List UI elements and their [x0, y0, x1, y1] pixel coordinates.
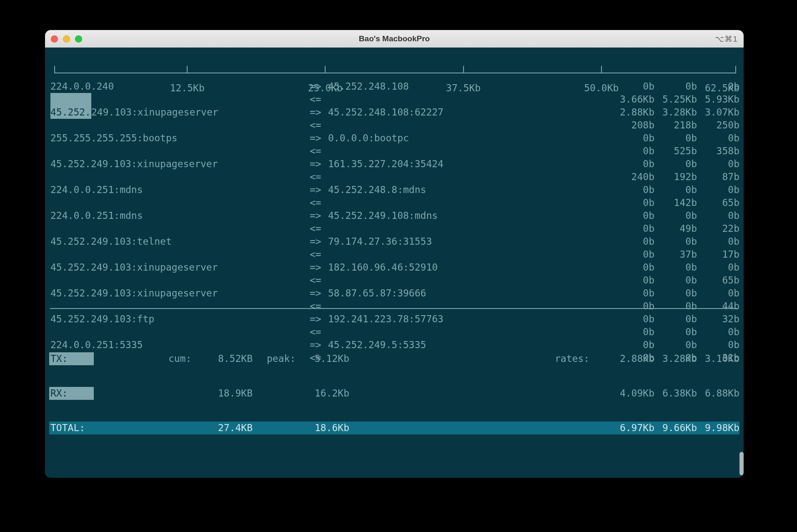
rate-cells: 3.66Kb5.25Kb5.93Kb: [549, 93, 739, 106]
rate-2: 0b: [654, 235, 697, 248]
zoom-icon[interactable]: [75, 35, 82, 43]
local-host: [49, 274, 310, 287]
rate-1: 0b: [612, 261, 654, 274]
local-host: 224.0.0.251:mdns: [49, 183, 310, 196]
rx-rate-3: 6.88Kb: [697, 387, 739, 400]
footer: TX: cum: 8.52KB peak: 5.12Kb rates: 2.88…: [49, 286, 739, 478]
connection-row: <=0b49b22b: [49, 222, 739, 235]
rate-2: 0b: [654, 158, 697, 171]
rate-3: 65b: [697, 196, 739, 209]
arrow-in-icon: <=: [310, 222, 328, 235]
scrollbar-thumb[interactable]: [739, 452, 744, 475]
local-host: [49, 93, 310, 106]
arrow-out-icon: =>: [310, 106, 328, 119]
scrollbar[interactable]: [739, 65, 744, 478]
window-title: Bao's MacbookPro: [45, 34, 744, 43]
rate-1: 0b: [612, 132, 654, 145]
iftop-output: 12.5Kb25.0Kb37.5Kb50.0Kb62.5Kb 224.0.0.2…: [49, 48, 739, 478]
rate-1: 0b: [612, 145, 654, 158]
tx-peak: 5.12Kb: [299, 352, 349, 365]
rate-1: 0b: [612, 158, 654, 171]
footer-row-tx: TX: cum: 8.52KB peak: 5.12Kb rates: 2.88…: [49, 352, 739, 365]
footer-row-rx: RX: 18.9KB 16.2Kb 4.09Kb 6.38Kb 6.88Kb: [49, 387, 739, 400]
rate-1: 208b: [612, 119, 654, 132]
rate-2: 142b: [654, 196, 697, 209]
local-host: 224.0.0.251:mdns: [49, 209, 310, 222]
arrow-in-icon: <=: [310, 248, 328, 261]
rate-cells: 0b0b0b: [549, 235, 739, 248]
rate-cells: 0b0b0b: [549, 209, 739, 222]
footer-divider: [50, 308, 739, 309]
terminal-window: Bao's MacbookPro ⌥⌘1 12.5Kb25.0Kb37.5Kb5…: [45, 30, 744, 478]
arrow-in-icon: <=: [310, 119, 328, 132]
rate-3: 0b: [697, 132, 739, 145]
rate-3: 358b: [697, 145, 739, 158]
rate-2: 5.25Kb: [654, 93, 697, 106]
rate-cells: 0b0b0b: [549, 261, 739, 274]
scale-tick: [187, 66, 188, 73]
rate-cells: 0b49b22b: [549, 222, 739, 235]
rate-3: 17b: [697, 248, 739, 261]
total-rate-2: 9.66Kb: [654, 422, 697, 434]
rate-3: 0b: [697, 209, 739, 222]
remote-host: 45.252.248.8:mdns: [328, 183, 549, 196]
tx-rate-1: 2.88Kb: [612, 352, 654, 365]
remote-host: 182.160.96.46:52910: [328, 261, 549, 274]
window-shortcut: ⌥⌘1: [715, 34, 738, 44]
connection-row: <=0b37b17b: [49, 248, 739, 261]
rate-2: 192b: [654, 171, 697, 183]
rate-cells: 0b0b65b: [549, 274, 739, 287]
rate-2: 0b: [654, 80, 697, 93]
rate-2: 218b: [654, 119, 697, 132]
rx-rate-1: 4.09Kb: [612, 387, 654, 400]
rate-2: 0b: [654, 274, 697, 287]
titlebar[interactable]: Bao's MacbookPro ⌥⌘1: [45, 30, 744, 48]
tx-rate-2: 3.28Kb: [654, 352, 697, 365]
rate-1: 0b: [612, 209, 654, 222]
terminal-canvas[interactable]: 12.5Kb25.0Kb37.5Kb50.0Kb62.5Kb 224.0.0.2…: [45, 48, 744, 478]
close-icon[interactable]: [51, 35, 58, 43]
remote-host: [328, 274, 549, 287]
remote-host: 45.252.249.108:mdns: [328, 209, 549, 222]
local-host: [49, 222, 310, 235]
rate-1: 0b: [612, 183, 654, 196]
remote-host: [328, 145, 549, 158]
rate-3: 5.93Kb: [697, 93, 739, 106]
arrow-in-icon: <=: [310, 196, 328, 209]
minimize-icon[interactable]: [63, 35, 70, 43]
rx-cum: 18.9KB: [207, 387, 253, 400]
arrow-in-icon: <=: [310, 171, 328, 183]
rate-1: 2.88Kb: [612, 106, 654, 119]
remote-host: [328, 222, 549, 235]
local-host: 45.252.249.103:xinupageserver: [49, 261, 310, 274]
local-host: 255.255.255.255:bootps: [49, 132, 310, 145]
rate-3: 87b: [697, 171, 739, 183]
scale-tick: [463, 66, 464, 73]
connection-row: <=3.66Kb5.25Kb5.93Kb: [49, 93, 739, 106]
selection-highlight: 45.252.: [50, 106, 91, 119]
remote-host: [328, 119, 549, 132]
arrow-out-icon: =>: [310, 209, 328, 222]
rate-3: 65b: [697, 274, 739, 287]
remote-host: [328, 93, 549, 106]
rx-peak: 16.2Kb: [299, 387, 349, 400]
rate-1: 240b: [612, 171, 654, 183]
rate-3: 0b: [697, 261, 739, 274]
rate-cells: 0b0b0b: [549, 158, 739, 171]
arrow-in-icon: <=: [310, 145, 328, 158]
rx-label: RX:: [49, 387, 94, 400]
connection-row: <=0b0b65b: [49, 274, 739, 287]
local-host: [49, 119, 310, 132]
connection-row: <=0b142b65b: [49, 196, 739, 209]
rate-1: 0b: [612, 196, 654, 209]
arrow-out-icon: =>: [310, 132, 328, 145]
tx-cum: 8.52KB: [207, 352, 253, 365]
rate-3: 0b: [697, 80, 739, 93]
rate-cells: 0b37b17b: [549, 248, 739, 261]
rate-2: 525b: [654, 145, 697, 158]
arrow-out-icon: =>: [310, 80, 328, 93]
scale-tick: [325, 66, 326, 73]
rate-cells: 240b192b87b: [549, 171, 739, 183]
arrow-in-icon: <=: [310, 93, 328, 106]
remote-host: [328, 171, 549, 183]
